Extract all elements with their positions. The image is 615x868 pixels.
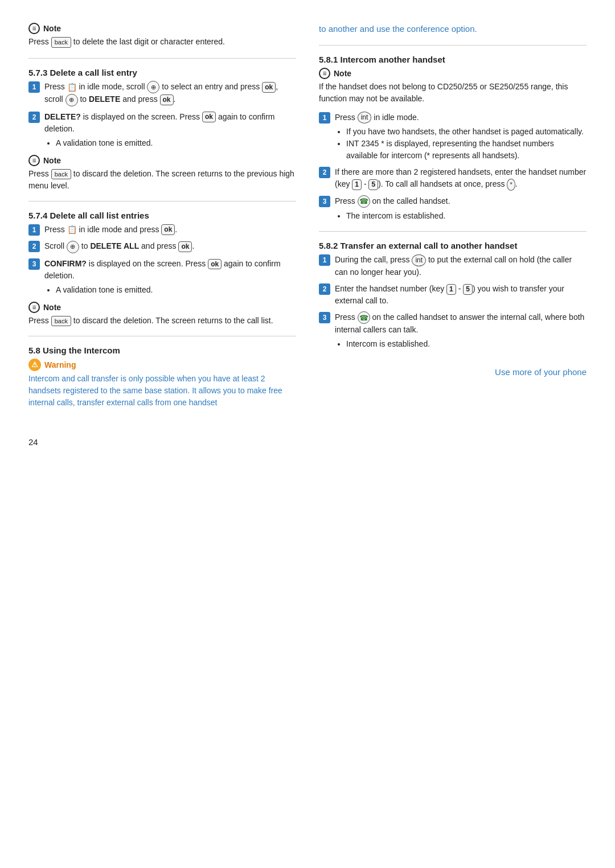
section-582: 5.8.2 Transfer an external call to anoth… <box>319 241 587 350</box>
step-581-3: 3 Press ☎ on the called handset. The int… <box>319 195 587 222</box>
note-581: ≡ Note If the handset does not belong to… <box>319 68 587 105</box>
phonebook-icon-2: 📋 <box>67 224 77 236</box>
key-1-582: 1 <box>446 284 456 295</box>
step-582-num-2: 2 <box>319 283 330 295</box>
divider-3 <box>28 336 296 336</box>
note-574-text: Press back to discard the deletion. The … <box>28 315 296 327</box>
warning-58-text: Intercom and call transfer is only possi… <box>28 373 296 409</box>
phonebook-icon: 📋 <box>67 81 77 93</box>
int-key-1: int <box>358 112 372 124</box>
ok-key-574-3: ok <box>208 259 222 270</box>
step-581-1-bullets: If you have two handsets, the other hand… <box>335 126 587 162</box>
step-581-1: 1 Press int in idle mode. If you have tw… <box>319 112 587 162</box>
step-582-num-3: 3 <box>319 312 330 323</box>
section-581-title: 5.8.1 Intercom another handset <box>319 55 587 64</box>
green-phone-icon: ☎ <box>358 195 370 208</box>
warning-58: ⚠ Warning Intercom and call transfer is … <box>28 359 296 409</box>
section-581: 5.8.1 Intercom another handset ≡ Note If… <box>319 55 587 223</box>
step-573-2-bullets: A validation tone is emitted. <box>44 137 296 149</box>
step-574-3-content: CONFIRM? is displayed on the screen. Pre… <box>44 258 296 296</box>
step-581-2-content: If there are more than 2 registered hand… <box>335 166 587 191</box>
footer-right: Use more of your phone <box>319 367 587 377</box>
note-581-label: Note <box>334 69 351 78</box>
note-581-text: If the handset does not belong to CD250/… <box>319 81 587 105</box>
step-574-1: 1 Press 📋 in idle mode and press ok. <box>28 224 296 236</box>
ok-key-2: ok <box>160 94 174 105</box>
note-label: Note <box>43 24 61 33</box>
divider-1 <box>28 58 296 59</box>
section-574-steps: 1 Press 📋 in idle mode and press ok. 2 S… <box>28 224 296 296</box>
right-intro: to another and use the conference option… <box>319 23 587 36</box>
step-num-2: 2 <box>28 112 40 123</box>
section-573-title: 5.7.3 Delete a call list entry <box>28 68 296 77</box>
note-573-label: Note <box>43 156 61 165</box>
section-573: 5.7.3 Delete a call list entry 1 Press 📋… <box>28 68 296 192</box>
step-573-2: 2 DELETE? is displayed on the screen. Pr… <box>28 111 296 149</box>
step-582-2: 2 Enter the handset number (key 1 - 5) y… <box>319 283 587 307</box>
step-582-3: 3 Press ☎ on the called handset to answe… <box>319 311 587 350</box>
nav-icon: ⊕ <box>147 81 159 93</box>
step-num-1: 1 <box>28 81 40 93</box>
note-icon-573: ≡ <box>28 155 40 166</box>
right-column: to another and use the conference option… <box>319 23 587 447</box>
nav-icon-2: ⊕ <box>65 94 78 106</box>
section-581-steps: 1 Press int in idle mode. If you have tw… <box>319 112 587 223</box>
note-icon-574: ≡ <box>28 302 40 313</box>
warning-icon: ⚠ <box>28 359 41 371</box>
step-574-3-bullets: A validation tone is emitted. <box>44 284 296 296</box>
step-581-3-content: Press ☎ on the called handset. The inter… <box>335 195 587 222</box>
step-574-3: 3 CONFIRM? is displayed on the screen. P… <box>28 258 296 296</box>
divider-2 <box>28 201 296 201</box>
note-icon: ≡ <box>28 23 40 34</box>
step-573-2-content: DELETE? is displayed on the screen. Pres… <box>44 111 296 149</box>
step-581-2: 2 If there are more than 2 registered ha… <box>319 166 587 191</box>
section-58-title: 5.8 Using the Intercom <box>28 345 296 355</box>
bullet-582-3-1: Intercom is established. <box>346 338 587 350</box>
step-574-num-1: 1 <box>28 224 40 236</box>
step-581-num-1: 1 <box>319 112 330 124</box>
note-573-text: Press back to discard the deletion. The … <box>28 168 296 192</box>
step-581-num-3: 3 <box>319 196 330 207</box>
step-573-1-content: Press 📋 in idle mode, scroll ⊕ to select… <box>44 81 296 106</box>
bullet-581-1-1: If you have two handsets, the other hand… <box>346 126 587 138</box>
step-581-1-content: Press int in idle mode. If you have two … <box>335 112 587 162</box>
step-574-num-3: 3 <box>28 258 40 270</box>
step-582-3-bullets: Intercom is established. <box>335 338 587 350</box>
step-582-1-content: During the call, press int to put the ex… <box>335 254 587 278</box>
ok-key-574-1: ok <box>161 224 175 235</box>
int-key-2: int <box>412 254 426 266</box>
section-582-steps: 1 During the call, press int to put the … <box>319 254 587 350</box>
key-1: 1 <box>352 179 362 190</box>
top-note: ≡ Note Press back to delete the last dig… <box>28 23 296 48</box>
key-5-582: 5 <box>463 284 473 295</box>
bullet-574-3-1: A validation tone is emitted. <box>56 284 296 296</box>
footer-right-text: Use more of your phone <box>495 367 587 377</box>
nav-icon-574: ⊕ <box>67 241 79 253</box>
green-phone-icon-2: ☎ <box>358 311 370 324</box>
step-581-num-2: 2 <box>319 167 330 178</box>
note-574-label: Note <box>43 303 61 312</box>
step-573-1: 1 Press 📋 in idle mode, scroll ⊕ to sele… <box>28 81 296 106</box>
left-column: ≡ Note Press back to delete the last dig… <box>28 23 296 447</box>
note-573: ≡ Note Press back to discard the deletio… <box>28 155 296 192</box>
bullet-581-3-1: The intercom is established. <box>346 210 587 222</box>
bullet-573-2-1: A validation tone is emitted. <box>56 137 296 149</box>
section-574-title: 5.7.4 Delete all call list entries <box>28 211 296 220</box>
page-number: 24 <box>28 437 38 447</box>
step-582-num-1: 1 <box>319 254 330 266</box>
ok-key-3: ok <box>202 112 216 122</box>
bottom-bar: 24 <box>28 420 296 447</box>
key-5: 5 <box>368 179 378 190</box>
step-574-2: 2 Scroll ⊕ to DELETE ALL and press ok. <box>28 240 296 253</box>
right-divider-2 <box>319 231 587 232</box>
step-582-3-content: Press ☎ on the called handset to answer … <box>335 311 587 350</box>
back-key-icon: back <box>51 37 71 48</box>
ok-key: ok <box>262 82 276 93</box>
section-574: 5.7.4 Delete all call list entries 1 Pre… <box>28 211 296 327</box>
star-key: * <box>507 179 515 191</box>
warning-label: Warning <box>44 360 76 369</box>
bullet-581-1-2: INT 2345 * is displayed, representing th… <box>346 138 587 162</box>
ok-key-574-2: ok <box>178 241 192 252</box>
note-574: ≡ Note Press back to discard the deletio… <box>28 302 296 327</box>
section-58: 5.8 Using the Intercom ⚠ Warning Interco… <box>28 345 296 409</box>
